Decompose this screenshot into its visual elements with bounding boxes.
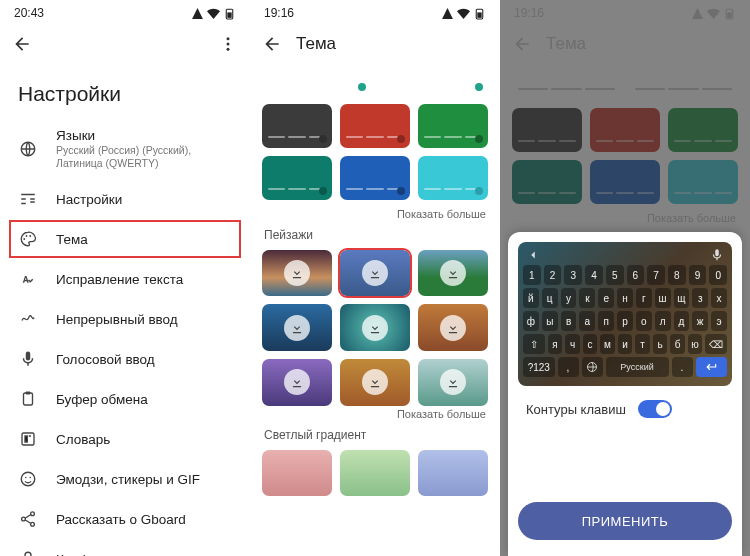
- landscape-theme[interactable]: [418, 304, 488, 351]
- show-more-landscapes[interactable]: Показать больше: [264, 408, 486, 420]
- key[interactable]: ж: [692, 311, 708, 331]
- item-label: Эмодзи, стикеры и GIF: [56, 472, 232, 487]
- settings-item-spell[interactable]: Исправление текста: [0, 259, 250, 299]
- key[interactable]: з: [692, 288, 708, 308]
- key[interactable]: у: [561, 288, 577, 308]
- key[interactable]: о: [636, 311, 652, 331]
- color-theme-swatch[interactable]: [418, 156, 488, 200]
- enter-key[interactable]: [696, 357, 728, 377]
- show-more-colors[interactable]: Показать больше: [264, 208, 486, 220]
- gradient-theme[interactable]: [262, 450, 332, 497]
- settings-item-book[interactable]: Словарь: [0, 419, 250, 459]
- landscape-theme[interactable]: [340, 304, 410, 351]
- key[interactable]: с: [583, 334, 598, 354]
- key[interactable]: 5: [606, 265, 624, 285]
- color-theme-swatch[interactable]: [262, 62, 371, 96]
- key[interactable]: ь: [653, 334, 668, 354]
- color-theme-swatch[interactable]: [262, 156, 332, 200]
- key[interactable]: т: [635, 334, 650, 354]
- color-theme-swatch[interactable]: [340, 104, 410, 148]
- key[interactable]: ч: [565, 334, 580, 354]
- key[interactable]: е: [598, 288, 614, 308]
- symbols-key[interactable]: ?123: [523, 357, 555, 377]
- key[interactable]: э: [711, 311, 727, 331]
- globe-key[interactable]: [582, 357, 603, 377]
- landscape-theme[interactable]: [418, 250, 488, 297]
- landscape-theme[interactable]: [340, 359, 410, 406]
- key[interactable]: 2: [544, 265, 562, 285]
- landscape-theme[interactable]: [418, 359, 488, 406]
- share-icon: [18, 509, 38, 529]
- color-theme-swatch[interactable]: [379, 62, 488, 96]
- settings-item-clip[interactable]: Буфер обмена: [0, 379, 250, 419]
- key[interactable]: н: [617, 288, 633, 308]
- key[interactable]: к: [579, 288, 595, 308]
- settings-item-palette[interactable]: Тема: [8, 219, 242, 259]
- settings-item-tune[interactable]: Настройки: [0, 179, 250, 219]
- book-icon: [18, 429, 38, 449]
- backspace-key[interactable]: ⌫: [705, 334, 727, 354]
- key[interactable]: ф: [523, 311, 539, 331]
- landscape-theme[interactable]: [262, 304, 332, 351]
- key[interactable]: д: [674, 311, 690, 331]
- color-theme-swatch[interactable]: [418, 104, 488, 148]
- key[interactable]: п: [598, 311, 614, 331]
- key[interactable]: и: [618, 334, 633, 354]
- shift-key[interactable]: ⇧: [523, 334, 545, 354]
- settings-item-share[interactable]: Рассказать о Gboard: [0, 499, 250, 539]
- outline-label: Контуры клавиш: [526, 402, 626, 417]
- key[interactable]: б: [670, 334, 685, 354]
- key[interactable]: ш: [655, 288, 671, 308]
- key[interactable]: ы: [542, 311, 558, 331]
- key[interactable]: л: [655, 311, 671, 331]
- space-key[interactable]: Русский: [606, 357, 669, 377]
- svg-point-6: [23, 238, 25, 240]
- key[interactable]: 9: [689, 265, 707, 285]
- section-landscapes: Пейзажи: [264, 228, 486, 242]
- overflow-icon[interactable]: [216, 32, 240, 56]
- key[interactable]: 4: [585, 265, 603, 285]
- theme-scroll[interactable]: Показать больше Пейзажи Показать больше …: [250, 62, 500, 556]
- key[interactable]: 3: [564, 265, 582, 285]
- outline-toggle[interactable]: [638, 400, 672, 418]
- settings-item-lock[interactable]: Конфиденциальность: [0, 539, 250, 556]
- settings-item-smile[interactable]: Эмодзи, стикеры и GIF: [0, 459, 250, 499]
- key[interactable]: ц: [542, 288, 558, 308]
- landscape-theme[interactable]: [262, 250, 332, 297]
- settings-item-mic[interactable]: Голосовой ввод: [0, 339, 250, 379]
- landscape-theme[interactable]: [262, 359, 332, 406]
- section-gradient: Светлый градиент: [264, 428, 486, 442]
- key[interactable]: х: [711, 288, 727, 308]
- apply-button[interactable]: ПРИМЕНИТЬ: [518, 502, 732, 540]
- gradient-theme[interactable]: [340, 450, 410, 497]
- key[interactable]: 7: [647, 265, 665, 285]
- lock-icon: [18, 549, 38, 556]
- color-theme-swatch[interactable]: [262, 104, 332, 148]
- color-theme-swatch[interactable]: [340, 156, 410, 200]
- comma-key[interactable]: ,: [558, 357, 579, 377]
- key[interactable]: 0: [709, 265, 727, 285]
- key[interactable]: в: [561, 311, 577, 331]
- settings-item-globe[interactable]: ЯзыкиРусский (Россия) (Русский), Латиниц…: [0, 118, 250, 179]
- status-icons: [191, 7, 236, 20]
- key[interactable]: й: [523, 288, 539, 308]
- mic-icon: [18, 349, 38, 369]
- key[interactable]: р: [617, 311, 633, 331]
- back-icon[interactable]: [260, 32, 284, 56]
- key[interactable]: 1: [523, 265, 541, 285]
- key[interactable]: 6: [627, 265, 645, 285]
- svg-rect-11: [22, 433, 34, 445]
- key[interactable]: м: [600, 334, 615, 354]
- back-icon[interactable]: [10, 32, 34, 56]
- period-key[interactable]: .: [672, 357, 693, 377]
- key[interactable]: щ: [674, 288, 690, 308]
- key[interactable]: г: [636, 288, 652, 308]
- key[interactable]: я: [548, 334, 563, 354]
- key[interactable]: а: [579, 311, 595, 331]
- settings-item-gesture[interactable]: Непрерывный ввод: [0, 299, 250, 339]
- page-title: Настройки: [0, 62, 250, 118]
- key[interactable]: ю: [688, 334, 703, 354]
- landscape-theme[interactable]: [340, 250, 410, 297]
- key[interactable]: 8: [668, 265, 686, 285]
- gradient-theme[interactable]: [418, 450, 488, 497]
